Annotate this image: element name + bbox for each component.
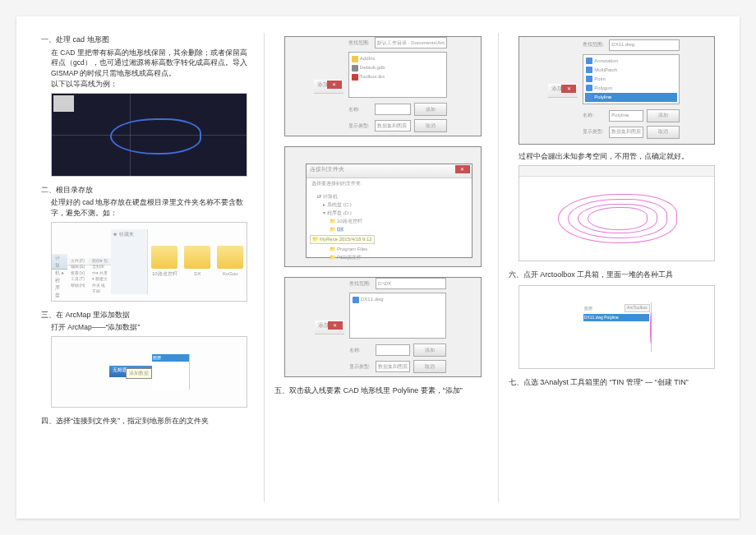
item-text: AddIns	[360, 55, 376, 62]
close-icon[interactable]: ✕	[561, 85, 576, 93]
item-text: MultiPatch	[594, 67, 617, 74]
list-item[interactable]: MultiPatch	[585, 66, 677, 75]
type-input[interactable]: 数据集和图层	[375, 120, 411, 131]
folder-item: 10路道控杆	[151, 246, 177, 278]
arcmap-screenshot: 无标题 - ArcMap 添加数据 图层	[51, 336, 247, 408]
toc-polyline[interactable]: DX11.dwg Polyline	[583, 314, 649, 322]
name-input[interactable]	[376, 344, 410, 356]
inner-dialog-title: 连接到文件夹✕	[307, 164, 471, 178]
toolbox-icon	[352, 74, 358, 81]
add-button[interactable]: 添加	[414, 103, 447, 116]
tree-item[interactable]: 📁 10路道控杆	[310, 218, 468, 225]
name-input[interactable]: Polyline	[609, 110, 643, 122]
tree-item[interactable]: 📁 MyRece 2015/4/18 9:12	[310, 235, 374, 244]
list-item[interactable]: Point	[585, 75, 677, 84]
arctoolbox-panel-label: ArcToolbox	[625, 304, 650, 312]
explorer-main: 10路道控杆 DX KuGou	[148, 229, 247, 294]
lookfor-input[interactable]: 默认工作目录 - Documents\Arc	[375, 37, 447, 48]
column-1: 一、处理 cad 地形图 在 CAD 里把带有标高的地形线保留，其余删除；或者保…	[41, 33, 247, 502]
list-item[interactable]: Annotation	[585, 57, 677, 66]
tree-text: DX	[337, 227, 343, 232]
name-input[interactable]	[375, 104, 411, 115]
list-item[interactable]: Default.gdb	[351, 63, 445, 72]
folder-label: KuGou	[217, 270, 243, 278]
tree-item[interactable]: 📁 DX	[310, 226, 468, 233]
add-button[interactable]: 添加	[647, 109, 680, 122]
folder-label: DX	[184, 270, 210, 278]
tree-item[interactable]: 📁 Program Files	[310, 246, 468, 253]
arcmap-tooltip: 添加数据	[126, 368, 152, 379]
cancel-button[interactable]: 取消	[414, 119, 447, 132]
section-5-title: 五、双击载入线要素 CAD 地形线里 Polyline 要素，“添加”	[274, 385, 481, 397]
name-label: 名称:	[348, 106, 371, 113]
folder-label: 10路道控杆	[151, 270, 177, 278]
contour-line	[588, 207, 648, 229]
file-list[interactable]: Annotation MultiPatch Point Polygon Poly…	[583, 54, 680, 104]
section-7-title: 七、点选 3Analyst 工具箱里的 “TIN 管理” — “创建 TIN”	[509, 377, 715, 389]
column-3: 添加数据✕ 查找范围:DX11.dwg Annotation MultiPatc…	[498, 33, 715, 502]
folder-item: KuGou	[217, 246, 243, 278]
dialog-title: 添加数据✕	[315, 321, 344, 334]
close-icon[interactable]: ✕	[455, 165, 470, 173]
file-list[interactable]: AddIns Default.gdb Toolbox.tbx	[348, 52, 447, 98]
list-item[interactable]: Toolbox.tbx	[351, 72, 445, 81]
cad-toolbar-icon	[53, 95, 74, 112]
tree-text: 程序盘 (D:)	[327, 210, 352, 215]
type-input[interactable]: 数据集和图层	[376, 361, 410, 372]
type-label: 显示类型:	[349, 363, 372, 371]
dwg-icon	[353, 297, 359, 303]
type-input[interactable]: 数据集和图层	[609, 127, 643, 138]
list-item[interactable]: Polygon	[585, 84, 677, 93]
tree-item[interactable]: ▾ 程序盘 (D:)	[310, 210, 468, 217]
explorer-header: 计算机 ▸ 程序盘 (D:) ▸	[52, 254, 67, 270]
column-2: 添加数据✕ 查找范围:默认工作目录 - Documents\Arc AddIns…	[264, 33, 481, 502]
close-icon[interactable]: ✕	[327, 81, 342, 89]
type-label: 显示类型:	[348, 122, 371, 130]
arcmap-toc: 图层	[152, 354, 190, 390]
lookfor-label: 查找范围:	[349, 280, 372, 288]
contours-screenshot	[519, 165, 715, 261]
tree-text: 系统盘 (C:)	[327, 202, 352, 207]
feature-icon	[586, 58, 592, 64]
add-button[interactable]: 添加	[413, 344, 446, 357]
cad-screenshot	[51, 93, 247, 177]
list-item[interactable]: DX11.dwg	[352, 295, 444, 304]
item-text: DX11.dwg	[361, 296, 384, 303]
section-4-title: 四、选择“连接到文件夹”，指定到地形所在的文件夹	[41, 416, 247, 427]
list-item-selected[interactable]: Polyline	[585, 93, 677, 102]
close-icon[interactable]: ✕	[328, 321, 343, 330]
section-1-title: 一、处理 cad 地形图	[41, 35, 247, 46]
cad-contour-shape	[110, 118, 201, 155]
add-data-dialog-3: 添加数据✕ 查找范围:D:\DX DX11.dwg 名称:添加 显示类型:数据集…	[284, 277, 481, 377]
tree-item[interactable]: 🖳 计算机	[310, 193, 468, 201]
cancel-button[interactable]: 取消	[647, 126, 680, 139]
lookfor-input[interactable]: D:\DX	[376, 278, 446, 289]
inner-subtitle: 选择要连接到的文件夹:	[307, 178, 471, 189]
folder-icon	[217, 246, 243, 269]
explorer-screenshot: 计算机 ▸ 程序盘 (D:) ▸ 文件(F) 编辑(E) 查看(V) 工具(T)…	[51, 222, 247, 302]
add-data-dialog-4: 添加数据✕ 查找范围:DX11.dwg Annotation MultiPatc…	[519, 36, 715, 145]
arcmap-layer-label: 图层	[152, 354, 189, 362]
cancel-button[interactable]: 取消	[413, 360, 446, 373]
tree-text: PSD源文件	[337, 255, 362, 260]
item-text: Toolbox.tbx	[360, 73, 385, 81]
folder-icon	[352, 56, 358, 62]
lookfor-input[interactable]: DX11.dwg	[609, 39, 680, 51]
file-list[interactable]: DX11.dwg	[349, 293, 446, 339]
feature-icon	[586, 85, 592, 91]
name-label: 名称:	[583, 112, 606, 119]
tree-item[interactable]: 📁 PSD源文件	[310, 254, 468, 261]
list-item[interactable]: AddIns	[351, 54, 445, 63]
explorer-sidebar: ★ 收藏夹	[111, 229, 148, 294]
feature-icon	[586, 67, 592, 73]
folder-icon	[184, 246, 210, 269]
lookfor-label: 查找范围:	[583, 41, 606, 48]
section-2-body: 处理好的 cad 地形存放在硬盘根目录里文件夹名称不要含数字，避免不测。如：	[41, 197, 247, 219]
inner-title-text: 连接到文件夹	[310, 166, 344, 172]
item-text: Annotation	[594, 58, 618, 65]
item-text: Default.gdb	[360, 64, 385, 71]
tree-item[interactable]: ▸ 系统盘 (C:)	[310, 201, 468, 209]
item-text: Point	[594, 76, 606, 83]
folder-tree[interactable]: 🖳 计算机 ▸ 系统盘 (C:) ▾ 程序盘 (D:) 📁 10路道控杆 📁 D…	[307, 189, 471, 265]
add-data-dialog-1: 添加数据✕ 查找范围:默认工作目录 - Documents\Arc AddIns…	[284, 36, 481, 136]
